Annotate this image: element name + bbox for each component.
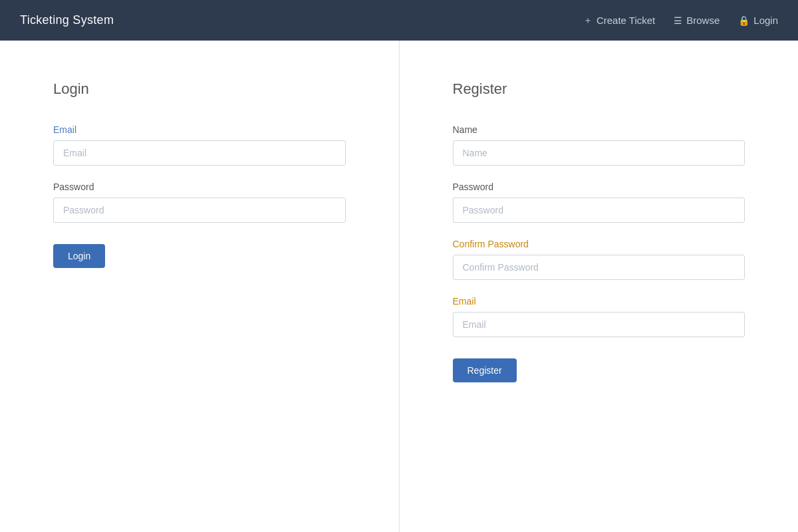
register-title: Register bbox=[453, 80, 745, 98]
navbar-brand: Ticketing System bbox=[20, 13, 114, 27]
login-panel: Login Email Password Login bbox=[0, 41, 400, 532]
login-nav-label: Login bbox=[753, 15, 778, 26]
register-email-label: Email bbox=[453, 296, 745, 307]
register-name-group: Name bbox=[453, 124, 745, 166]
login-email-input[interactable] bbox=[53, 140, 346, 166]
register-email-group: Email bbox=[453, 296, 745, 337]
lock-icon: 🔒 bbox=[738, 15, 749, 26]
main-content: Login Email Password Login Register Name… bbox=[0, 41, 798, 532]
register-password-group: Password bbox=[453, 182, 745, 223]
create-ticket-label: Create Ticket bbox=[597, 15, 655, 26]
plus-icon: ＋ bbox=[583, 15, 593, 27]
register-panel: Register Name Password Confirm Password … bbox=[400, 41, 799, 532]
login-nav-link[interactable]: 🔒 Login bbox=[738, 15, 778, 26]
register-password-label: Password bbox=[453, 182, 745, 192]
register-password-input[interactable] bbox=[453, 198, 745, 223]
login-password-input[interactable] bbox=[53, 198, 346, 223]
list-icon: ☰ bbox=[674, 15, 682, 26]
register-button[interactable]: Register bbox=[453, 358, 517, 382]
login-email-label: Email bbox=[53, 124, 346, 135]
login-title: Login bbox=[53, 80, 346, 98]
login-email-group: Email bbox=[53, 124, 346, 166]
browse-label: Browse bbox=[686, 15, 720, 26]
register-email-input[interactable] bbox=[453, 312, 745, 337]
login-button[interactable]: Login bbox=[53, 244, 105, 268]
login-password-label: Password bbox=[53, 182, 346, 192]
navbar: Ticketing System ＋ Create Ticket ☰ Brows… bbox=[0, 0, 798, 41]
register-confirm-password-input[interactable] bbox=[453, 255, 745, 280]
register-name-input[interactable] bbox=[453, 140, 745, 166]
navbar-links: ＋ Create Ticket ☰ Browse 🔒 Login bbox=[583, 15, 778, 27]
create-ticket-link[interactable]: ＋ Create Ticket bbox=[583, 15, 655, 27]
browse-link[interactable]: ☰ Browse bbox=[674, 15, 720, 26]
register-name-label: Name bbox=[453, 124, 745, 135]
login-password-group: Password bbox=[53, 182, 346, 223]
register-confirm-password-group: Confirm Password bbox=[453, 239, 745, 280]
register-confirm-password-label: Confirm Password bbox=[453, 239, 745, 249]
